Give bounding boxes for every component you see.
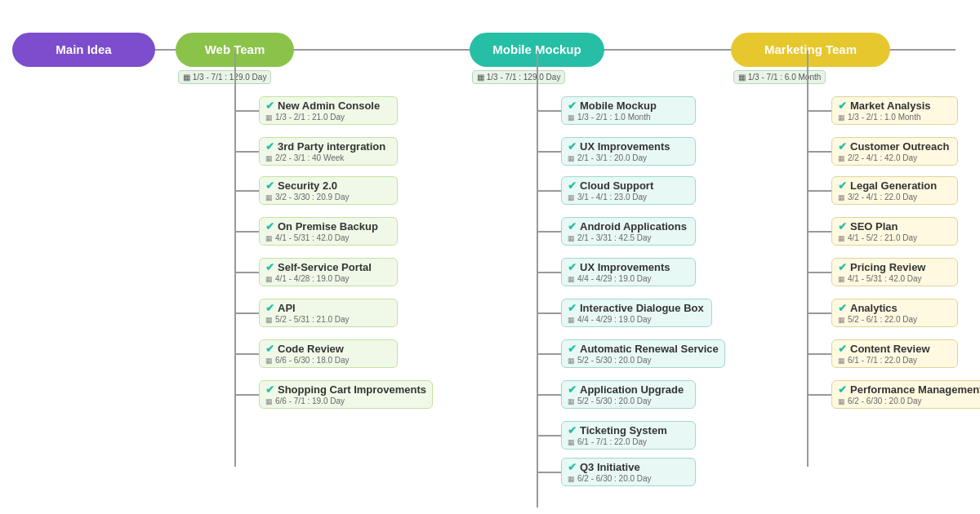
web-h-line-5 (234, 272, 259, 273)
web-v-line (234, 51, 236, 467)
mkt-task-5[interactable]: ✔Pricing Review ▦4/1 - 5/31 : 42.0 Day (831, 258, 958, 286)
main-idea-label: Main Idea (56, 42, 111, 56)
web-task-7[interactable]: ✔Code Review ▦6/6 - 6/30 : 18.0 Day (259, 339, 398, 368)
web-task-4[interactable]: ✔On Premise Backup ▦4/1 - 5/31 : 42.0 Da… (259, 217, 398, 246)
mkt-h-line-3 (807, 190, 831, 192)
mob-h-line-1 (537, 110, 561, 112)
mob-task-6[interactable]: ✔Interactive Dialogue Box ▦4/4 - 4/29 : … (561, 299, 712, 327)
mob-h-line-9 (537, 435, 561, 436)
web-h-line-2 (234, 151, 259, 153)
mkt-task-8[interactable]: ✔Performance Management ▦6/2 - 6/30 : 20… (831, 380, 980, 409)
web-h-line-6 (234, 312, 259, 314)
mob-task-9[interactable]: ✔Ticketing System ▦6/1 - 7/1 : 22.0 Day (561, 421, 696, 450)
web-task-1[interactable]: ✔New Admin Console ▦1/3 - 2/1 : 21.0 Day (259, 96, 398, 125)
main-idea-node[interactable]: Main Idea (12, 33, 155, 67)
mob-task-5[interactable]: ✔UX Improvements ▦4/4 - 4/29 : 19.0 Day (561, 258, 696, 286)
mobile-v-line (537, 51, 538, 507)
mob-task-1[interactable]: ✔Mobile Mockup ▦1/3 - 2/1 : 1.0 Month (561, 96, 696, 125)
mkt-task-6[interactable]: ✔Analytics ▦5/2 - 6/1 : 22.0 Day (831, 299, 958, 327)
web-task-8[interactable]: ✔Shopping Cart Improvements ▦6/6 - 7/1 :… (259, 380, 433, 409)
mkt-task-1[interactable]: ✔Market Analysis ▦1/3 - 2/1 : 1.0 Month (831, 96, 958, 125)
web-h-line-4 (234, 231, 259, 233)
mob-task-4[interactable]: ✔Android Applications ▦2/1 - 3/31 : 42.5… (561, 217, 696, 246)
mkt-h-line-5 (807, 272, 831, 273)
mkt-task-7[interactable]: ✔Content Review ▦6/1 - 7/1 : 22.0 Day (831, 339, 958, 368)
web-task-3[interactable]: ✔Security 2.0 ▦3/2 - 3/30 : 20.9 Day (259, 176, 398, 205)
mob-h-line-7 (537, 353, 561, 355)
web-task-2[interactable]: ✔3rd Party intergration ▦2/2 - 3/1 : 40 … (259, 137, 398, 166)
mob-task-2[interactable]: ✔UX Improvements ▦2/1 - 3/1 : 20.0 Day (561, 137, 696, 166)
mkt-task-4[interactable]: ✔SEO Plan ▦4/1 - 5/2 : 21.0 Day (831, 217, 958, 246)
mob-h-line-3 (537, 190, 561, 192)
web-h-line-8 (234, 394, 259, 396)
web-date-tag: ▦ 1/3 - 7/1 : 129.0 Day (178, 70, 271, 84)
mob-task-8[interactable]: ✔Application Upgrade ▦5/2 - 5/30 : 20.0 … (561, 380, 696, 409)
mkt-h-line-4 (807, 231, 831, 233)
marketing-v-line (807, 51, 808, 467)
mkt-h-line-1 (807, 110, 831, 112)
mob-task-3[interactable]: ✔Cloud Support ▦3/1 - 4/1 : 23.0 Day (561, 176, 696, 205)
mkt-h-line-7 (807, 353, 831, 355)
mob-h-line-4 (537, 231, 561, 233)
mob-h-line-2 (537, 151, 561, 153)
web-h-line-7 (234, 353, 259, 355)
mob-task-7[interactable]: ✔Automatic Renewal Service ▦5/2 - 5/30 :… (561, 339, 725, 368)
marketing-node[interactable]: Marketing Team (731, 33, 890, 67)
marketing-label: Marketing Team (764, 42, 857, 56)
marketing-date-tag: ▦ 1/3 - 7/1 : 6.0 Month (733, 70, 826, 84)
mob-h-line-6 (537, 312, 561, 314)
cal-icon-mk: ▦ (738, 73, 746, 82)
mkt-task-3[interactable]: ✔Legal Generation ▦3/2 - 4/1 : 22.0 Day (831, 176, 958, 205)
cal-icon-m: ▦ (477, 73, 484, 82)
mkt-h-line-6 (807, 312, 831, 314)
mob-task-10[interactable]: ✔Q3 Initiative ▦6/2 - 6/30 : 20.0 Day (561, 458, 696, 486)
mobile-date-tag: ▦ 1/3 - 7/1 : 129.0 Day (472, 70, 565, 84)
mob-h-line-8 (537, 394, 561, 396)
mkt-task-2[interactable]: ✔Customer Outreach ▦2/2 - 4/1 : 42.0 Day (831, 137, 958, 166)
web-task-5[interactable]: ✔Self-Service Portal ▦4/1 - 4/28 : 19.0 … (259, 258, 398, 286)
mob-h-line-10 (537, 472, 561, 473)
cal-icon: ▦ (183, 73, 190, 82)
web-h-line-1 (234, 110, 259, 112)
mkt-h-line-8 (807, 394, 831, 396)
mindmap-canvas: Main Idea Web Team ▦ 1/3 - 7/1 : 129.0 D… (0, 0, 980, 514)
mob-h-line-5 (537, 272, 561, 273)
mkt-h-line-2 (807, 151, 831, 153)
web-task-6[interactable]: ✔API ▦5/2 - 5/31 : 21.0 Day (259, 299, 398, 327)
web-h-line-3 (234, 190, 259, 192)
